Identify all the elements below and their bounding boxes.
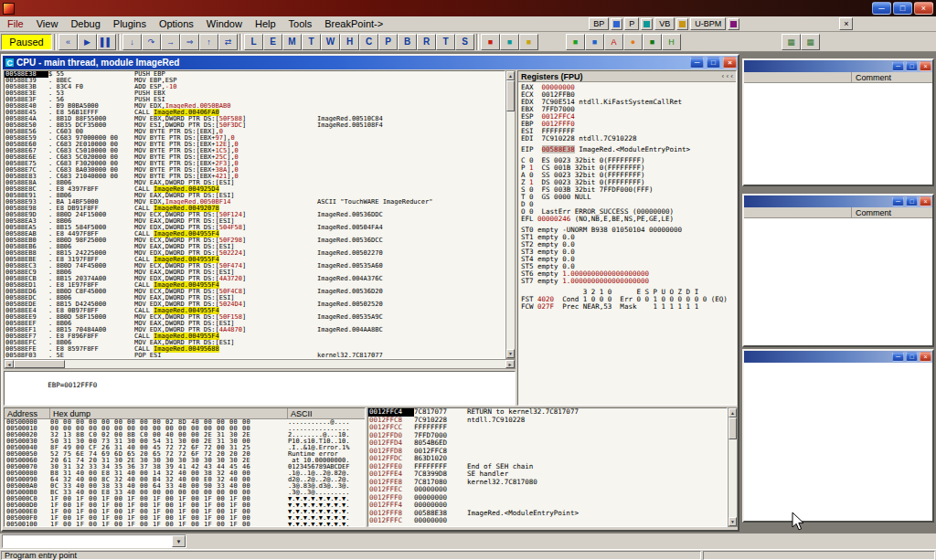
close-button[interactable]: × — [920, 196, 931, 206]
maximize-button[interactable]: □ — [906, 196, 918, 206]
combobox-value[interactable] — [3, 535, 172, 547]
menu-item-file[interactable]: File — [1, 17, 30, 30]
panel-button-l-0[interactable]: L — [244, 34, 263, 50]
run-button[interactable]: ▶ — [78, 34, 97, 50]
animate-over-button[interactable]: ⇒ — [180, 34, 199, 50]
menubar-plugin-icon[interactable] — [728, 18, 739, 30]
menubar-button-u-bpm[interactable]: U-BPM — [690, 17, 726, 30]
dump-column-hex[interactable]: Hex dump — [50, 408, 288, 418]
disasm-row[interactable]: 00588EF7. E8 F896F8FFCALL ImageRed.00495… — [5, 333, 505, 340]
main-titlebar[interactable]: ─ □ × — [0, 0, 936, 16]
go-to-address-button[interactable]: ⇄ — [218, 34, 238, 50]
menu-item-plugins[interactable]: Plugins — [107, 17, 153, 30]
menu-item-tools[interactable]: Tools — [282, 17, 319, 30]
menubar-close-icon[interactable]: × — [839, 17, 853, 30]
menubar-button-p[interactable]: P — [624, 17, 639, 30]
menu-item-debug[interactable]: Debug — [64, 17, 106, 30]
minimize-button[interactable]: ─ — [872, 2, 891, 15]
windows-grid-button-1[interactable]: ▦ — [782, 34, 801, 50]
scrollbar-thumb[interactable] — [14, 360, 65, 368]
scrollbar-track[interactable] — [729, 439, 737, 517]
disasm-row[interactable]: 00588EE9. 8B0D 58F15000MOV ECX,DWORD PTR… — [5, 314, 505, 321]
plugin-button-9[interactable]: H — [662, 34, 681, 50]
comment-window-2-titlebar[interactable]: ─ □ × — [744, 195, 932, 207]
panel-button-w-4[interactable]: W — [321, 34, 340, 50]
maximize-button[interactable]: □ — [906, 61, 918, 71]
scrollbar-thumb[interactable] — [506, 80, 515, 111]
panel-button-c-6[interactable]: C — [359, 34, 378, 50]
menubar-plugin-icon[interactable] — [641, 18, 653, 30]
menu-item-view[interactable]: View — [30, 17, 65, 30]
comment-window-1-titlebar[interactable]: ─ □ × — [744, 60, 932, 72]
dump-body[interactable]: 0050000000 00 00 00 00 00 00 00 00 02 8D… — [5, 419, 365, 527]
disasm-row[interactable]: 00588EC3. 8B0D 74F45000MOV ECX,DWORD PTR… — [5, 263, 505, 269]
registers-mode-arrows[interactable]: ‹ ‹ ‹ — [722, 72, 733, 80]
stack-pane[interactable]: 0012FFC47C817077RETURN to kernel32.7C817… — [367, 407, 728, 527]
dump-pane[interactable]: Address Hex dump ASCII 0050000000 00 00 … — [4, 407, 366, 527]
animate-into-button[interactable]: → — [161, 34, 180, 50]
close-button[interactable]: × — [920, 352, 931, 362]
plugin-button-8[interactable]: ■ — [643, 34, 662, 50]
panel-button-r-9[interactable]: R — [417, 34, 436, 50]
cpu-maximize-button[interactable]: □ — [707, 57, 720, 69]
disasm-row[interactable]: 00588E9D. 8B0D 24F15000MOV ECX,DWORD PTR… — [5, 212, 505, 218]
panel-button-t-10[interactable]: T — [436, 34, 455, 50]
plugin-button-4[interactable]: ■ — [566, 34, 585, 50]
column-blank[interactable] — [744, 207, 852, 217]
panel-button-s-11[interactable]: S — [455, 34, 474, 50]
close-button[interactable]: × — [914, 2, 933, 15]
menubar-plugin-icon[interactable] — [611, 18, 622, 30]
cpu-window-titlebar[interactable]: C CPU - main thread, module ImageRed ─ □… — [3, 56, 738, 69]
aux-window-3-titlebar[interactable]: ─ □ × — [744, 351, 932, 363]
disasm-row[interactable]: 00588ED6. 8B0D C8F45000MOV ECX,DWORD PTR… — [5, 289, 505, 295]
plugin-button-6[interactable]: A — [604, 34, 623, 50]
menu-item-breakpoint[interactable]: BreakPoint-> — [318, 17, 389, 30]
dump-row[interactable]: 005001001F 00 1F 00 1F 00 1F 00 1F 00 1F… — [5, 522, 365, 527]
stack-body[interactable]: 0012FFC47C817077RETURN to kernel32.7C817… — [368, 408, 727, 525]
plugin-button-1[interactable]: ■ — [481, 34, 500, 50]
scroll-down-icon[interactable]: ▼ — [506, 349, 515, 358]
scroll-down-icon[interactable]: ▼ — [729, 517, 737, 526]
plugin-button-3[interactable]: ■ — [519, 34, 538, 50]
minimize-button[interactable]: ─ — [892, 196, 904, 206]
registers-body[interactable]: EAX 00000000ECX 0012FFB0EDX 7C90E514 ntd… — [518, 82, 736, 312]
column-blank[interactable] — [744, 72, 852, 82]
disasm-vscrollbar[interactable]: ▲ ▼ — [505, 70, 516, 359]
restart-button[interactable]: « — [58, 34, 78, 50]
combo-dropdown-icon[interactable]: ▼ — [172, 535, 186, 547]
column-header[interactable]: Comment — [744, 207, 932, 218]
panel-button-m-2[interactable]: M — [282, 34, 302, 50]
panel-button-b-8[interactable]: B — [398, 34, 417, 50]
cpu-minimize-button[interactable]: ─ — [690, 57, 704, 69]
disasm-row[interactable]: 00588E38$ 55PUSH EBP — [5, 71, 505, 78]
panel-button-e-1[interactable]: E — [263, 34, 282, 50]
step-over-button[interactable]: ↷ — [142, 34, 161, 50]
aux-window-3-body[interactable] — [744, 363, 932, 521]
comment-window-2[interactable]: ─ □ × Comment — [742, 194, 934, 347]
cpu-window[interactable]: C CPU - main thread, module ImageRed ─ □… — [1, 54, 739, 532]
info-pane[interactable]: EBP=0012FFF0 — [4, 371, 516, 406]
windows-grid-button-2[interactable]: ▦ — [801, 34, 820, 50]
panel-button-t-3[interactable]: T — [302, 34, 321, 50]
dump-column-address[interactable]: Address — [5, 408, 50, 418]
disasm-hscrollbar[interactable]: ◄ ► — [4, 359, 516, 369]
disasm-row[interactable]: 00588E3E. 53PUSH EBX — [5, 90, 505, 97]
plugin-button-7[interactable]: ● — [623, 34, 643, 50]
column-comment[interactable]: Comment — [852, 208, 891, 217]
step-into-button[interactable]: ↓ — [122, 34, 142, 50]
stack-row[interactable]: 0012FFFC00000000 — [368, 517, 727, 525]
comment-window-1[interactable]: ─ □ × Comment — [742, 58, 934, 186]
stack-vscrollbar[interactable]: ▲ ▼ — [728, 407, 738, 527]
minimize-button[interactable]: ─ — [892, 61, 904, 71]
menu-item-options[interactable]: Options — [153, 17, 200, 30]
menu-item-window[interactable]: Window — [200, 17, 249, 30]
scrollbar-track[interactable] — [65, 360, 505, 368]
command-combobox[interactable]: ▼ — [2, 534, 186, 548]
cpu-close-button[interactable]: × — [723, 57, 737, 69]
minimize-button[interactable]: ─ — [892, 352, 904, 362]
plugin-button-2[interactable]: ■ — [500, 34, 519, 50]
disassembly-pane[interactable]: 00588E38$ 55PUSH EBP00588E39. 8BECMOV EB… — [4, 70, 505, 359]
disasm-row[interactable]: 00588F03. 5EPOP ESIkernel32.7C817077 — [5, 353, 505, 359]
maximize-button[interactable]: □ — [893, 2, 912, 15]
disasm-row[interactable]: 00588EB0. 8B0D 98F25000MOV ECX,DWORD PTR… — [5, 238, 505, 244]
